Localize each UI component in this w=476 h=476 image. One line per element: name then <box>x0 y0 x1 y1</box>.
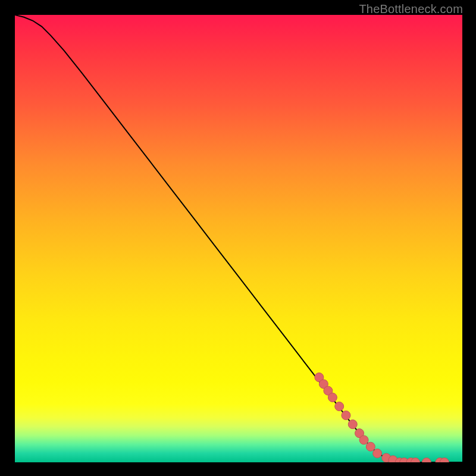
watermark-text: TheBottleneck.com <box>359 2 463 16</box>
data-marker <box>348 420 357 429</box>
markers-group <box>315 373 449 462</box>
data-marker <box>359 436 368 444</box>
chart-stage: TheBottleneck.com <box>0 0 476 476</box>
data-marker <box>342 411 350 420</box>
curve-path <box>15 15 462 462</box>
data-marker <box>366 442 375 451</box>
curve-path-group <box>15 15 462 462</box>
data-marker <box>373 449 382 458</box>
data-marker <box>335 402 344 411</box>
plot-area <box>15 15 462 462</box>
curve-layer <box>15 15 462 462</box>
data-marker <box>328 393 337 402</box>
data-marker <box>422 458 431 463</box>
